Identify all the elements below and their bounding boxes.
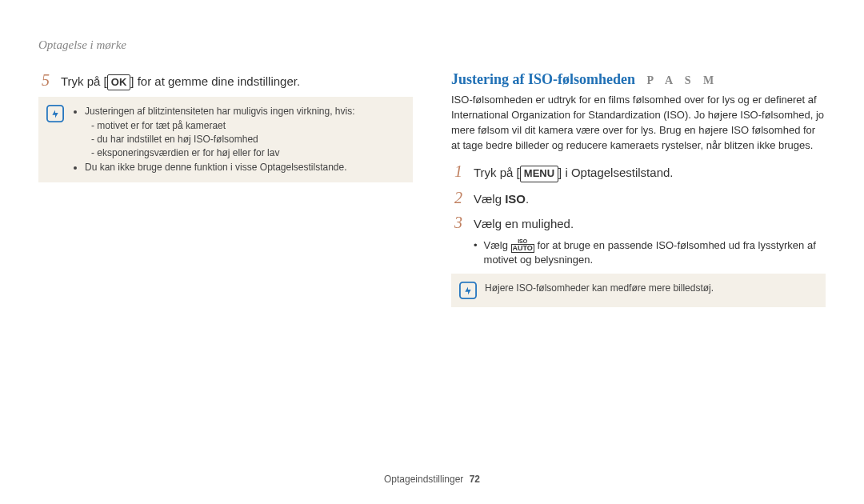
section-title: Justering af ISO-følsomheden xyxy=(451,71,635,88)
step-2: 2 Vælg ISO. xyxy=(451,189,826,207)
note-line2: Du kan ikke bruge denne funktion i visse… xyxy=(85,161,355,174)
step-5: 5 Tryk på [OK] for at gemme dine indstil… xyxy=(38,71,413,90)
iso-auto-icon: ISOAUTO xyxy=(511,238,534,253)
step-text: Vælg en mulighed. xyxy=(474,215,826,232)
note-body: Justeringen af blitzintensiteten har mul… xyxy=(72,105,355,174)
step-text-pre: Vælg xyxy=(474,192,505,206)
step-number: 5 xyxy=(38,71,53,90)
step-text-post: . xyxy=(526,192,529,206)
info-icon xyxy=(46,105,64,122)
content-columns: 5 Tryk på [OK] for at gemme dine indstil… xyxy=(38,71,826,307)
footer-label: Optageindstillinger xyxy=(384,474,463,485)
page-number: 72 xyxy=(470,474,480,485)
step-number: 1 xyxy=(451,162,466,181)
step-3: 3 Vælg en mulighed. xyxy=(451,214,826,232)
step-text-pre: Tryk på [ xyxy=(474,166,520,179)
note-box-iso: Højere ISO-følsomheder kan medføre mere … xyxy=(451,274,826,307)
section-heading-row: Justering af ISO-følsomheden P A S M xyxy=(451,71,826,88)
note-sublist: motivet er for tæt på kameraet du har in… xyxy=(85,119,355,161)
page-header: Optagelse i mørke xyxy=(38,38,826,52)
ok-key-icon: OK xyxy=(107,74,131,90)
left-column: 5 Tryk på [OK] for at gemme dine indstil… xyxy=(38,71,413,307)
step-number: 3 xyxy=(451,214,466,232)
bullet-pre: Vælg xyxy=(484,239,511,251)
info-icon xyxy=(459,282,477,299)
note-body: Højere ISO-følsomheder kan medføre mere … xyxy=(485,282,714,295)
step-text: Tryk på [MENU] i Optagelsestilstand. xyxy=(474,164,826,182)
mode-indicator: P A S M xyxy=(646,74,718,86)
step-1: 1 Tryk på [MENU] i Optagelsestilstand. xyxy=(451,162,826,182)
note-sub-item: du har indstillet en høj ISO-følsomhed xyxy=(91,133,355,146)
step-text-bold: ISO xyxy=(505,192,526,206)
intro-paragraph: ISO-følsomheden er udtryk for en films f… xyxy=(451,93,826,153)
note-intro: Justeringen af blitzintensiteten har mul… xyxy=(85,106,355,117)
step-text: Tryk på [OK] for at gemme dine indstilli… xyxy=(61,73,413,90)
step-text: Vælg ISO. xyxy=(474,190,826,207)
step-text-pre: Tryk på [ xyxy=(61,74,107,88)
note-sub-item: motivet er for tæt på kameraet xyxy=(91,119,355,133)
step-text-post: ] for at gemme dine indstillinger. xyxy=(130,74,300,88)
menu-key-icon: MENU xyxy=(520,166,558,182)
step-text-post: ] i Optagelsestilstand. xyxy=(558,166,673,179)
note-box-flash: Justeringen af blitzintensiteten har mul… xyxy=(38,97,413,182)
step-3-bullet: Vælg ISOAUTO for at bruge en passende IS… xyxy=(451,238,826,268)
page-footer: Optageindstillinger 72 xyxy=(0,474,864,485)
step-number: 2 xyxy=(451,189,466,207)
note-sub-item: eksponeringsværdien er for høj eller for… xyxy=(91,146,355,160)
right-column: Justering af ISO-følsomheden P A S M ISO… xyxy=(451,71,826,307)
